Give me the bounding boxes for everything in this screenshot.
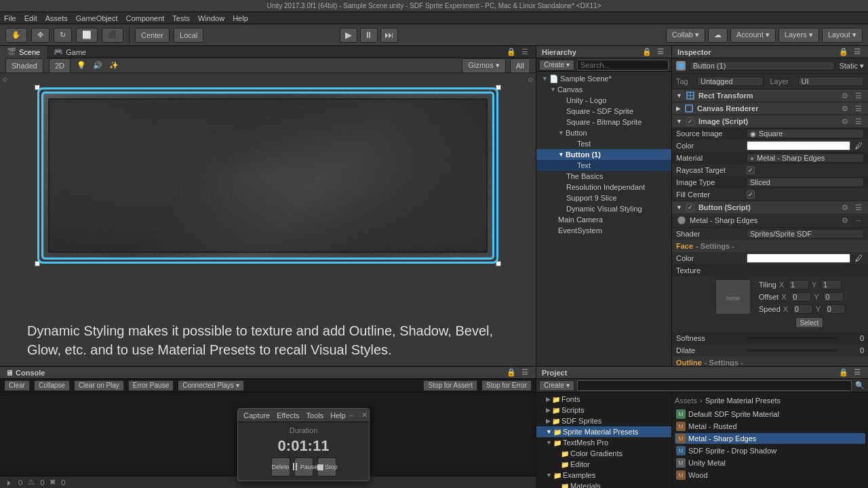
image-material-value[interactable]: ● Metal - Sharp Edges xyxy=(747,153,864,163)
asset-metal-sharp-edges[interactable]: M Metal - Sharp Edges xyxy=(675,433,865,444)
tool-rect[interactable]: ⬛ xyxy=(102,28,123,43)
tool-move[interactable]: ✥ xyxy=(31,28,50,43)
console-connected-plays-btn[interactable]: Connected Plays ▾ xyxy=(178,380,243,391)
effects-icon[interactable]: ✨ xyxy=(108,60,119,71)
pivot-center[interactable]: Center xyxy=(135,28,170,43)
shader-value[interactable]: Sprites/Sprite SDF xyxy=(747,229,864,239)
project-tree-textmesh-pro[interactable]: ▼ 📁 TextMesh Pro xyxy=(536,437,671,448)
button-menu-icon[interactable]: ☰ xyxy=(853,202,864,213)
console-error-pause-btn[interactable]: Error Pause xyxy=(128,380,174,391)
tool-hand[interactable]: ✋ xyxy=(5,28,27,43)
play-button[interactable]: ▶ xyxy=(340,28,357,43)
tool-rotate[interactable]: ↻ xyxy=(54,28,72,43)
capture-stop-btn[interactable]: ⏹ Stop xyxy=(317,458,336,476)
asset-sdf-drop-shadow[interactable]: M SDF Sprite - Drop Shadow xyxy=(675,445,865,456)
sound-icon[interactable]: 🔊 xyxy=(92,60,103,71)
face-speed-y[interactable]: 0 xyxy=(825,304,846,314)
asset-wood[interactable]: M Wood xyxy=(675,470,865,481)
menu-gameobject[interactable]: GameObject xyxy=(76,14,118,22)
console-clear-btn[interactable]: Clear xyxy=(4,380,30,391)
image-color-picker-icon[interactable]: 🖊 xyxy=(853,140,864,151)
face-speed-x[interactable]: 0 xyxy=(793,304,813,314)
pivot-local[interactable]: Local xyxy=(174,28,203,43)
capture-delete-btn[interactable]: Delete xyxy=(271,458,290,476)
rect-transform-settings-icon[interactable]: ⚙ xyxy=(840,90,850,101)
hierarchy-item-text[interactable]: Text xyxy=(536,160,671,171)
face-color-picker-icon[interactable]: 🖊 xyxy=(853,253,864,264)
project-more-icon[interactable]: ☰ xyxy=(852,367,863,378)
hierarchy-item-the-basics[interactable]: The Basics xyxy=(536,171,671,182)
asset-metal-rusted[interactable]: M Metal - Rusted xyxy=(675,421,865,432)
hierarchy-item-button-1[interactable]: ▼ Button (1) xyxy=(536,149,671,160)
face-tiling-x[interactable]: 1 xyxy=(789,280,809,289)
canvas-renderer-settings-icon[interactable]: ⚙ xyxy=(840,103,850,114)
button-enabled-checkbox[interactable] xyxy=(686,203,694,211)
hierarchy-item-main-camera[interactable]: Main Camera xyxy=(536,214,671,225)
project-tree-sprite-material-presets[interactable]: ▼ 📁 Sprite Material Presets xyxy=(536,426,671,437)
face-texture-select-btn[interactable]: Select xyxy=(795,317,824,328)
project-lock-icon[interactable]: 🔒 xyxy=(838,367,849,378)
panel-more-icon[interactable]: ☰ xyxy=(519,47,530,58)
hierarchy-item-button[interactable]: ▼ Button xyxy=(536,127,671,138)
face-offset-y[interactable]: 0 xyxy=(823,292,844,302)
account-btn[interactable]: Account ▾ xyxy=(730,28,776,43)
component-image-header[interactable]: ▼ Image (Script) ⚙ ☰ xyxy=(672,115,868,127)
menu-tests[interactable]: Tests xyxy=(172,14,190,22)
project-tree-scripts[interactable]: ▶ 📁 Scripts xyxy=(536,405,671,415)
component-canvas-renderer-header[interactable]: ▶ Canvas Renderer ⚙ ☰ xyxy=(672,102,868,115)
button-settings-icon[interactable]: ⚙ xyxy=(840,202,850,213)
menu-help[interactable]: Help xyxy=(233,14,248,22)
tool-scale[interactable]: ⬜ xyxy=(76,28,98,43)
tab-scene[interactable]: 🎬 Scene xyxy=(0,46,47,58)
hierarchy-item-square-sdf[interactable]: Square - SDF Sprite xyxy=(536,106,671,117)
image-type-dropdown[interactable]: Sliced xyxy=(747,178,864,187)
outline-section-header[interactable]: Outline - Settings - xyxy=(672,357,868,366)
asset-unity-metal[interactable]: M Unity Metal xyxy=(675,458,865,468)
face-dilate-slider[interactable]: 0 xyxy=(747,346,864,354)
hierarchy-item-square-bitmap[interactable]: Square - Bitmap Sprite xyxy=(536,117,671,127)
image-color-swatch[interactable] xyxy=(747,141,850,150)
layout-btn[interactable]: Layout ▾ xyxy=(822,28,863,43)
component-button-header[interactable]: ▼ Button (Script) ⚙ ☰ xyxy=(672,201,868,214)
menu-window[interactable]: Window xyxy=(198,14,224,22)
all-btn[interactable]: All xyxy=(510,58,530,73)
panel-lock-icon[interactable]: 🔒 xyxy=(506,47,517,58)
shaded-btn[interactable]: Shaded xyxy=(5,58,43,73)
console-more-icon[interactable]: ☰ xyxy=(519,367,530,378)
corner-handle-tr[interactable]: ◇ xyxy=(528,76,533,83)
corner-handle-tl[interactable]: ◇ xyxy=(3,76,7,83)
layers-btn[interactable]: Layers ▾ xyxy=(778,28,819,43)
console-panel-header[interactable]: 🖥 Console 🔒 ☰ xyxy=(0,367,536,379)
gizmos-btn[interactable]: Gizmos ▾ xyxy=(462,58,505,73)
face-tiling-y[interactable]: 1 xyxy=(821,280,842,289)
inspector-header[interactable]: Inspector 🔒 ☰ xyxy=(672,46,868,58)
asset-default-sdf[interactable]: M Default SDF Sprite Material xyxy=(675,409,865,420)
project-tree-editor[interactable]: 📁 Editor xyxy=(536,459,671,470)
capture-pause-btn[interactable]: ⏸ Pause xyxy=(294,458,313,476)
button-material-link-icon[interactable]: → xyxy=(853,215,864,226)
capture-menu-capture[interactable]: Capture xyxy=(243,411,270,420)
hierarchy-item-support-9slice[interactable]: Support 9 Slice xyxy=(536,192,671,203)
collab-btn[interactable]: Collab ▾ xyxy=(666,28,705,43)
canvas-renderer-menu-icon[interactable]: ☰ xyxy=(853,103,864,114)
raycast-target-checkbox[interactable] xyxy=(747,166,755,174)
inspector-more-icon[interactable]: ☰ xyxy=(852,47,863,58)
face-texture-preview[interactable]: none xyxy=(715,279,749,313)
face-section-header[interactable]: Face - Settings - xyxy=(672,240,868,252)
hierarchy-item-dynamic-styling[interactable]: Dynamic Visual Styling xyxy=(536,203,671,214)
tab-game[interactable]: 🎮 Game xyxy=(47,46,93,58)
capture-menu-tools[interactable]: Tools xyxy=(307,411,324,420)
tag-dropdown[interactable]: Untagged xyxy=(697,77,764,86)
console-clear-on-play-btn[interactable]: Clear on Play xyxy=(74,380,124,391)
face-softness-slider[interactable]: 0 xyxy=(747,334,864,342)
console-stop-error-btn[interactable]: Stop for Error xyxy=(481,380,532,391)
face-offset-x[interactable]: 0 xyxy=(791,292,811,302)
inspector-lock-icon[interactable]: 🔒 xyxy=(838,47,849,58)
console-stop-assert-btn[interactable]: Stop for Assert xyxy=(423,380,477,391)
light-icon[interactable]: 💡 xyxy=(76,60,87,71)
menu-assets[interactable]: Assets xyxy=(45,14,68,22)
console-collapse-btn[interactable]: Collapse xyxy=(34,380,70,391)
hierarchy-item-unity-logo[interactable]: Unity - Logo xyxy=(536,95,671,106)
hierarchy-more-icon[interactable]: ☰ xyxy=(655,47,666,58)
pause-button[interactable]: ⏸ xyxy=(360,28,378,43)
